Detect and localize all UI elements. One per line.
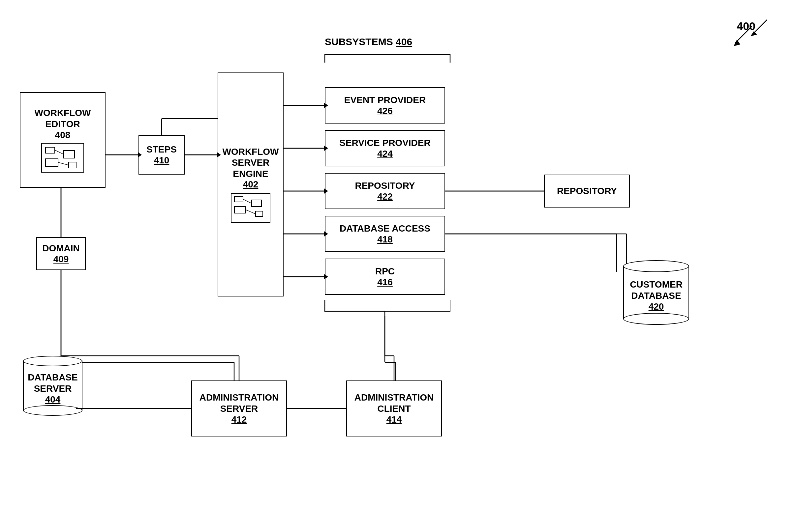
subsystems-label: SUBSYSTEMS 406 <box>325 36 412 48</box>
steps-num: 410 <box>154 155 169 166</box>
repository-subsys-box: REPOSITORY 422 <box>325 173 445 209</box>
svg-marker-21 <box>734 40 740 46</box>
service-provider-num: 424 <box>377 149 393 159</box>
customer-db-cylinder: CUSTOMERDATABASE 420 <box>617 260 696 325</box>
workflow-server-num: 402 <box>243 179 258 190</box>
workflow-editor-label: WORKFLOWEDITOR <box>34 108 91 130</box>
steps-box: STEPS 410 <box>139 135 185 175</box>
customer-db-label: CUSTOMERDATABASE <box>630 279 683 301</box>
ref-arrow-icon <box>749 18 769 38</box>
admin-server-box: ADMINISTRATIONSERVER 412 <box>191 380 287 436</box>
service-provider-box: SERVICE PROVIDER 424 <box>325 130 445 166</box>
svg-line-27 <box>246 210 255 214</box>
domain-label: DOMAIN <box>42 243 80 254</box>
repository-subsys-label: REPOSITORY <box>355 180 415 191</box>
admin-server-label: ADMINISTRATIONSERVER <box>199 392 279 414</box>
rpc-label: RPC <box>375 266 395 277</box>
diagram: 400 SUBSYSTEMS 406 WORKFLOWEDITOR 408 ST… <box>0 0 795 532</box>
database-server-cylinder: DATABASESERVER 404 <box>17 356 89 416</box>
svg-line-25 <box>58 163 68 165</box>
database-server-label: DATABASESERVER <box>28 372 77 394</box>
admin-client-label: ADMINISTRATIONCLIENT <box>355 392 434 414</box>
customer-db-num: 420 <box>649 301 664 312</box>
event-provider-label: EVENT PROVIDER <box>344 95 426 106</box>
svg-marker-23 <box>751 31 757 36</box>
database-server-num: 404 <box>45 394 61 405</box>
workflow-editor-num: 408 <box>55 130 71 140</box>
event-provider-num: 426 <box>377 106 393 116</box>
repository-subsys-num: 422 <box>377 191 393 202</box>
service-provider-label: SERVICE PROVIDER <box>339 137 430 149</box>
workflow-server-box: WORKFLOWSERVERENGINE 402 <box>218 73 284 297</box>
rpc-box: RPC 416 <box>325 259 445 295</box>
repository-ext-box: REPOSITORY <box>544 175 630 208</box>
admin-client-num: 414 <box>386 414 402 425</box>
rpc-num: 416 <box>377 277 393 288</box>
svg-line-26 <box>243 199 251 203</box>
workflow-server-label: WORKFLOWSERVERENGINE <box>222 146 278 179</box>
subsystems-bracket-top <box>322 51 453 64</box>
admin-server-num: 412 <box>232 414 247 425</box>
subsystems-bracket-bottom <box>322 298 453 318</box>
svg-line-24 <box>55 150 63 154</box>
database-access-box: DATABASE ACCESS 418 <box>325 216 445 252</box>
domain-num: 409 <box>53 254 69 265</box>
database-access-num: 418 <box>377 234 393 245</box>
event-provider-box: EVENT PROVIDER 426 <box>325 87 445 124</box>
workflow-editor-box: WORKFLOWEDITOR 408 <box>20 92 106 188</box>
repository-ext-label: REPOSITORY <box>557 186 617 197</box>
database-access-label: DATABASE ACCESS <box>340 223 430 234</box>
steps-label: STEPS <box>146 144 177 155</box>
admin-client-box: ADMINISTRATIONCLIENT 414 <box>346 380 442 436</box>
domain-box: DOMAIN 409 <box>36 237 86 270</box>
